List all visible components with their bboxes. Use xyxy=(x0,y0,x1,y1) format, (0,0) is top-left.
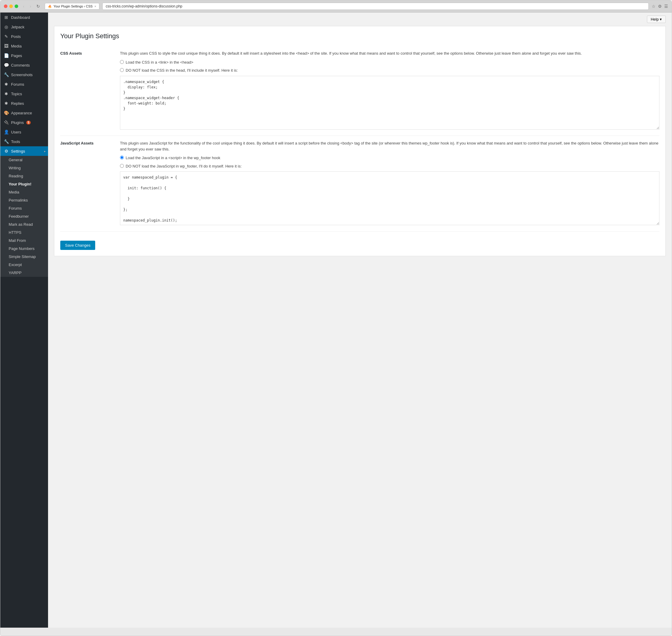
jetpack-icon: ◎ xyxy=(4,24,9,29)
sidebar-label-media: Media xyxy=(11,44,21,48)
sidebar-label-tools: Tools xyxy=(11,139,20,144)
active-tab[interactable]: 🔥 Your Plugin Settings ‹ CSS × xyxy=(45,3,99,9)
sidebar-item-posts[interactable]: ✎ Posts xyxy=(0,32,48,41)
submenu-item-feedburner[interactable]: Feedburner xyxy=(0,212,48,220)
menu-icon[interactable]: ☰ xyxy=(664,4,668,9)
css-assets-description: This plugin uses CSS to style the cool u… xyxy=(120,51,659,56)
tab-title: Your Plugin Settings ‹ CSS xyxy=(54,4,93,8)
submenu-item-reading[interactable]: Reading xyxy=(0,172,48,180)
sidebar-item-tools[interactable]: 🔧 Tools xyxy=(0,137,48,146)
sidebar-item-replies[interactable]: ✱ Replies xyxy=(0,99,48,108)
appearance-icon: 🎨 xyxy=(4,111,9,115)
sidebar-item-jetpack[interactable]: ◎ Jetpack xyxy=(0,22,48,32)
sidebar-item-appearance[interactable]: 🎨 Appearance xyxy=(0,108,48,118)
settings-submenu: General Writing Reading Your Plugin! Med… xyxy=(0,156,48,277)
js-assets-description: This plugin uses JavaScript for the func… xyxy=(120,140,659,152)
css-option-1-label[interactable]: Load the CSS in a <link> in the <head> xyxy=(126,59,194,65)
js-assets-content: This plugin uses JavaScript for the func… xyxy=(120,140,659,227)
topics-icon: ✱ xyxy=(4,92,9,96)
submenu-item-markasread[interactable]: Mark as Read xyxy=(0,220,48,228)
plugin-page: Your Plugin Settings CSS Assets This plu… xyxy=(54,26,666,256)
css-radio-2[interactable] xyxy=(120,68,124,72)
sidebar-label-appearance: Appearance xyxy=(11,111,32,115)
js-radio-1[interactable] xyxy=(120,156,124,159)
css-radio-1[interactable] xyxy=(120,60,124,64)
maximize-dot[interactable] xyxy=(15,4,18,8)
tab-favicon: 🔥 xyxy=(48,5,52,8)
sidebar-label-topics: Topics xyxy=(11,92,22,96)
screenshots-icon: 🔧 xyxy=(4,72,9,77)
sidebar-label-replies: Replies xyxy=(11,101,24,106)
pages-icon: 📄 xyxy=(4,53,9,58)
css-option-1: Load the CSS in a <link> in the <head> xyxy=(120,59,659,65)
js-option-1-label[interactable]: Load the JavaScript in a <script> in the… xyxy=(126,155,220,161)
sidebar: ⊞ Dashboard ◎ Jetpack ✎ Posts 🖼 Media 📄 … xyxy=(0,13,48,628)
comments-icon: 💬 xyxy=(4,63,9,67)
refresh-button[interactable]: ↻ xyxy=(35,3,42,9)
submenu-item-simplesitemap[interactable]: Simple Sitemap xyxy=(0,253,48,261)
replies-icon: ✱ xyxy=(4,101,9,106)
sidebar-item-plugins[interactable]: 🔌 Plugins 5 xyxy=(0,118,48,127)
main-content: Help ▾ Your Plugin Settings CSS Assets T… xyxy=(48,13,672,628)
submenu-item-media[interactable]: Media xyxy=(0,188,48,196)
css-assets-content: This plugin uses CSS to style the cool u… xyxy=(120,51,659,131)
submenu-item-yarpp[interactable]: YARPP xyxy=(0,269,48,277)
page-title: Your Plugin Settings xyxy=(60,32,659,40)
minimize-dot[interactable] xyxy=(9,4,13,8)
forums-icon: ✱ xyxy=(4,82,9,86)
sidebar-label-plugins: Plugins xyxy=(11,120,24,125)
settings-icon: ⚙ xyxy=(4,149,9,154)
sidebar-item-comments[interactable]: 💬 Comments xyxy=(0,60,48,70)
posts-icon: ✎ xyxy=(4,34,9,39)
sidebar-item-topics[interactable]: ✱ Topics xyxy=(0,89,48,99)
submenu-item-mailfrom[interactable]: Mail From xyxy=(0,237,48,244)
wp-layout: ⊞ Dashboard ◎ Jetpack ✎ Posts 🖼 Media 📄 … xyxy=(0,13,672,628)
css-code-textarea[interactable]: .namespace_widget { display: flex; } .na… xyxy=(120,76,659,130)
back-button[interactable]: ‹ xyxy=(21,3,26,9)
sidebar-label-screenshots: Screenshots xyxy=(11,73,33,77)
forward-button[interactable]: › xyxy=(28,3,33,9)
submenu-item-excerpt[interactable]: Excerpt xyxy=(0,261,48,269)
sidebar-item-settings[interactable]: ⚙ Settings xyxy=(0,146,48,156)
submenu-item-forums[interactable]: Forums xyxy=(0,204,48,212)
sidebar-item-forums[interactable]: ✱ Forums xyxy=(0,79,48,89)
submenu-item-permalinks[interactable]: Permalinks xyxy=(0,196,48,204)
submenu-item-pagenumbers[interactable]: Page Numbers xyxy=(0,244,48,253)
submenu-item-https[interactable]: HTTPS xyxy=(0,228,48,237)
sidebar-item-pages[interactable]: 📄 Pages xyxy=(0,51,48,60)
sidebar-item-screenshots[interactable]: 🔧 Screenshots xyxy=(0,70,48,79)
content-header: Help ▾ xyxy=(48,13,672,26)
sidebar-label-posts: Posts xyxy=(11,34,21,39)
sidebar-item-users[interactable]: 👤 Users xyxy=(0,127,48,137)
submenu-item-general[interactable]: General xyxy=(0,156,48,164)
sidebar-item-media[interactable]: 🖼 Media xyxy=(0,41,48,51)
bookmark-icon[interactable]: ☆ xyxy=(652,4,656,9)
address-bar[interactable] xyxy=(102,3,649,10)
help-button[interactable]: Help ▾ xyxy=(647,16,666,23)
sidebar-label-dashboard: Dashboard xyxy=(11,15,30,20)
save-changes-button[interactable]: Save Changes xyxy=(60,241,95,250)
save-section: Save Changes xyxy=(60,238,659,250)
css-option-2-label[interactable]: DO NOT load the CSS in the head, I'll in… xyxy=(126,67,238,74)
browser-toolbar: ‹ › ↻ 🔥 Your Plugin Settings ‹ CSS × ☆ ⚙… xyxy=(0,0,672,13)
submenu-item-writing[interactable]: Writing xyxy=(0,164,48,172)
js-radio-2[interactable] xyxy=(120,164,124,168)
close-dot[interactable] xyxy=(4,4,7,8)
sidebar-label-jetpack: Jetpack xyxy=(11,25,24,29)
css-option-2: DO NOT load the CSS in the head, I'll in… xyxy=(120,67,659,74)
js-option-2-label[interactable]: DO NOT load the JavaScript in wp_footer,… xyxy=(126,163,242,169)
browser-window: ‹ › ↻ 🔥 Your Plugin Settings ‹ CSS × ☆ ⚙… xyxy=(0,0,672,636)
sidebar-item-dashboard[interactable]: ⊞ Dashboard xyxy=(0,13,48,22)
extensions-icon[interactable]: ⚙ xyxy=(658,4,662,9)
plugins-badge: 5 xyxy=(26,121,31,124)
browser-tabs: 🔥 Your Plugin Settings ‹ CSS × xyxy=(45,3,99,9)
submenu-item-yourplugin[interactable]: Your Plugin! xyxy=(0,180,48,188)
js-code-textarea[interactable]: var namespaced_plugin = { init: function… xyxy=(120,172,659,225)
media-icon: 🖼 xyxy=(4,44,9,48)
js-assets-section: JavaScript Assets This plugin uses JavaS… xyxy=(60,136,659,232)
plugins-icon: 🔌 xyxy=(4,120,9,125)
users-icon: 👤 xyxy=(4,130,9,134)
dashboard-icon: ⊞ xyxy=(4,15,9,20)
tab-close-button[interactable]: × xyxy=(94,5,96,8)
tools-icon: 🔧 xyxy=(4,139,9,144)
